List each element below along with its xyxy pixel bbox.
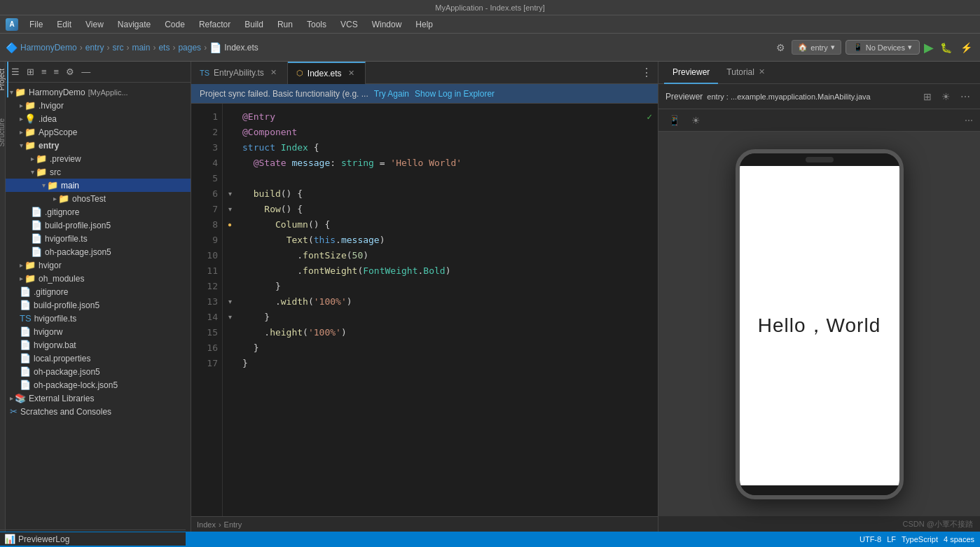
- tree-item-build-profile-root[interactable]: 📄 build-profile.json5: [6, 298, 191, 312]
- menu-help[interactable]: Help: [410, 18, 439, 31]
- menu-build[interactable]: Build: [239, 18, 269, 31]
- run-button[interactable]: ▶: [924, 40, 934, 55]
- phone-screen: Hello，World: [740, 166, 899, 485]
- entry-dropdown-button[interactable]: 🏠 entry ▾: [792, 40, 841, 55]
- tree-item-scratches[interactable]: ✂ Scratches and Consoles: [6, 405, 191, 418]
- tree-item-oh-package-root[interactable]: 📄 oh-package.json5: [6, 365, 191, 378]
- show-log-link[interactable]: Show Log in Explorer: [415, 89, 495, 99]
- tree-item-hvigorfile-entry[interactable]: 📄 hvigorfile.ts: [6, 232, 191, 245]
- line-numbers: 1 2 3 4 5 6 7 8 9 10 11 12 13 14 15 16 1…: [191, 104, 223, 516]
- device-rotate-icon-button[interactable]: ☀: [689, 113, 703, 127]
- try-again-link[interactable]: Try Again: [374, 89, 409, 99]
- breadcrumb-ets[interactable]: ets: [158, 43, 170, 53]
- phone-bottom-bar: [740, 485, 899, 495]
- status-language[interactable]: TypeScript: [902, 535, 938, 543]
- tab-more-button[interactable]: ⋮: [635, 66, 658, 79]
- vtab-project[interactable]: Project: [0, 62, 8, 97]
- breadcrumb-entry[interactable]: entry: [85, 43, 104, 53]
- no-devices-button[interactable]: 📱 No Devices ▾: [846, 40, 920, 55]
- menu-view[interactable]: View: [80, 18, 109, 31]
- breadcrumb-harmonymemo[interactable]: HarmonyDemo: [20, 43, 77, 53]
- tree-item-build-profile-entry[interactable]: 📄 build-profile.json5: [6, 219, 191, 232]
- menu-window[interactable]: Window: [366, 18, 408, 31]
- breadcrumb: 🔷 HarmonyDemo › entry › src › main › ets…: [6, 42, 768, 53]
- main-layout: Project Structure ☰ ⊞ ≡ ≡ ⚙ — ▾ 📁 Harmon…: [0, 62, 980, 532]
- tree-item-hvigor-root[interactable]: ▸ 📁 hvigor: [6, 258, 191, 272]
- tree-item-hvigorw-bat[interactable]: 📄 hvigorw.bat: [6, 338, 191, 352]
- tab-entryability-close[interactable]: ✕: [268, 67, 279, 78]
- previewer-tab-previewer[interactable]: Previewer: [664, 62, 718, 84]
- code-line-17: }: [242, 356, 652, 371]
- tree-item-harmonymemo[interactable]: ▾ 📁 HarmonyDemo [MyApplic...: [6, 85, 191, 99]
- device-icon: 📱: [853, 43, 863, 52]
- breadcrumb-src[interactable]: src: [112, 43, 123, 53]
- code-line-14: }: [242, 310, 652, 325]
- sidebar-minimize-button[interactable]: —: [80, 65, 92, 78]
- tree-item-external-libraries[interactable]: ▸ 📚 External Libraries: [6, 392, 191, 405]
- layout-dual-icon-button[interactable]: ⊞: [920, 90, 934, 104]
- sidebar-sync-button[interactable]: ⊞: [25, 65, 36, 78]
- tab-indexets-close[interactable]: ✕: [346, 68, 357, 78]
- menu-run[interactable]: Run: [272, 18, 298, 31]
- tree-item-oh-modules[interactable]: ▸ 📁 oh_modules: [6, 272, 191, 285]
- title-text: MyApplication - Index.ets [entry]: [435, 4, 545, 12]
- previewer-tabs: Previewer Tutorial ✕: [658, 62, 980, 84]
- phone-preview-area: Hello，World: [658, 132, 980, 516]
- menu-tools[interactable]: Tools: [301, 18, 332, 31]
- tree-item-gitignore-root[interactable]: 📄 .gitignore: [6, 285, 191, 298]
- status-encoding[interactable]: UTF-8: [860, 535, 881, 543]
- menu-code[interactable]: Code: [159, 18, 191, 31]
- tree-item-ohpackage-entry[interactable]: 📄 oh-package.json5: [6, 245, 191, 258]
- code-content[interactable]: @Entry ✓ @Component struct Index { @Stat…: [237, 104, 658, 516]
- tab-ets-icon: ⬡: [296, 69, 303, 78]
- layout-more-icon-button[interactable]: ⋯: [958, 90, 973, 104]
- code-line-11: .fontWeight(FontWeight.Bold): [242, 263, 652, 279]
- breadcrumb-pages[interactable]: pages: [178, 43, 201, 53]
- bug-icon-button[interactable]: 🐛: [938, 40, 954, 55]
- status-line-ending[interactable]: LF: [887, 535, 896, 543]
- vtab-structure[interactable]: Structure: [0, 111, 8, 154]
- tree-item-appscope[interactable]: ▸ 📁 AppScope: [6, 125, 191, 139]
- profile-icon-button[interactable]: ⚡: [958, 40, 974, 55]
- previewer-layout-icons: ⊞ ☀ ⋯: [920, 90, 973, 104]
- code-line-8: Column() {: [242, 217, 652, 233]
- tree-item-hvigor[interactable]: ▸ 📁 .hvigor: [6, 99, 191, 112]
- tutorial-tab-close[interactable]: ✕: [759, 67, 765, 76]
- tab-indexets[interactable]: ⬡ Index.ets ✕: [288, 62, 366, 84]
- entry-label: entry: [810, 43, 827, 52]
- code-line-15: .height('100%'): [242, 325, 652, 340]
- tree-item-hvigorw[interactable]: 📄 hvigorw: [6, 325, 191, 338]
- tree-item-idea[interactable]: ▸ 💡 .idea: [6, 112, 191, 125]
- menu-refactor[interactable]: Refactor: [193, 18, 236, 31]
- menu-navigate[interactable]: Navigate: [112, 18, 156, 31]
- tree-item-entry[interactable]: ▾ 📁 entry: [6, 139, 191, 152]
- settings-icon-button[interactable]: ⚙: [774, 40, 787, 55]
- chevron-down-icon2: ▾: [908, 43, 912, 52]
- layout-sun-icon-button[interactable]: ☀: [939, 90, 953, 104]
- breadcrumb-indexets[interactable]: Index.ets: [224, 43, 258, 53]
- code-line-2: @Component: [242, 125, 652, 140]
- tree-item-oh-package-lock[interactable]: 📄 oh-package-lock.json5: [6, 378, 191, 392]
- previewer-toolbar: 📱 ☀ ⋯: [658, 109, 980, 132]
- status-indent[interactable]: 4 spaces: [944, 535, 974, 543]
- tab-entryability[interactable]: TS EntryAbility.ts ✕: [191, 62, 288, 84]
- breadcrumb-main[interactable]: main: [132, 43, 150, 53]
- tree-item-hvigorfile-root[interactable]: TS hvigorfile.ts: [6, 312, 191, 325]
- tree-item-ohostest[interactable]: ▸ 📁 ohosTest: [6, 192, 191, 205]
- tree-item-src[interactable]: ▾ 📁 src: [6, 165, 191, 179]
- device-phone-icon-button[interactable]: 📱: [665, 113, 683, 127]
- app-logo: A: [6, 18, 18, 31]
- tree-item-preview[interactable]: ▸ 📁 .preview: [6, 152, 191, 165]
- phone-frame: Hello，World: [736, 149, 904, 499]
- menu-file[interactable]: File: [24, 18, 48, 31]
- tree-item-main[interactable]: ▾ 📁 main: [6, 179, 191, 192]
- sidebar-collapse-button[interactable]: ☰: [10, 65, 21, 78]
- sidebar-sort-button[interactable]: ≡: [53, 65, 61, 78]
- menu-edit[interactable]: Edit: [51, 18, 77, 31]
- sidebar-settings-button[interactable]: ⚙: [64, 65, 76, 78]
- tree-item-local-properties[interactable]: 📄 local.properties: [6, 352, 191, 365]
- menu-vcs[interactable]: VCS: [335, 18, 364, 31]
- previewer-tab-tutorial[interactable]: Tutorial ✕: [718, 62, 773, 84]
- sidebar-filter-button[interactable]: ≡: [40, 65, 48, 78]
- tree-item-gitignore-entry[interactable]: 📄 .gitignore: [6, 205, 191, 219]
